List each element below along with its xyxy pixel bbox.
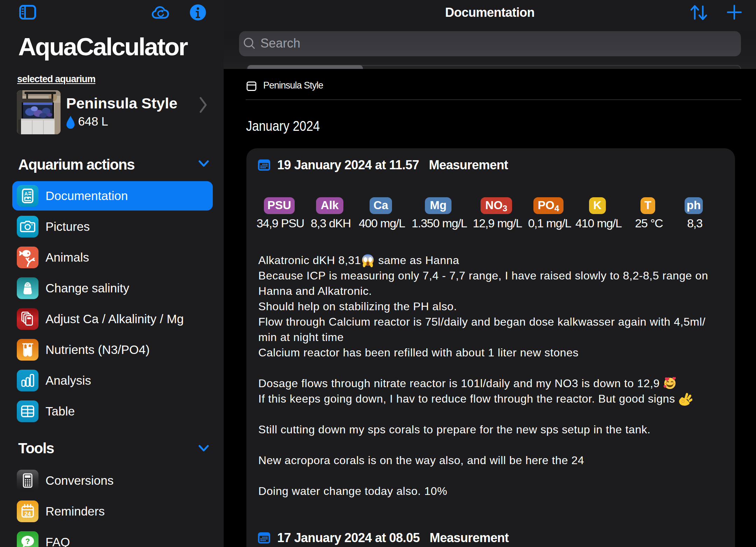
svg-text:24: 24 xyxy=(24,511,31,517)
svg-text:?: ? xyxy=(25,537,30,546)
svg-text:A: A xyxy=(24,191,28,197)
